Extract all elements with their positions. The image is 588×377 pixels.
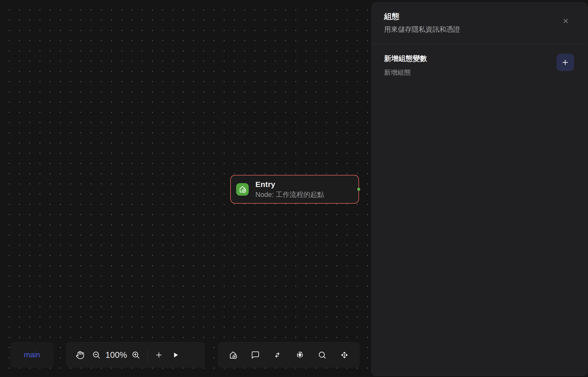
toolbar-divider — [147, 347, 148, 363]
play-icon[interactable] — [172, 351, 179, 359]
comment-icon[interactable] — [251, 351, 260, 359]
config-panel-header: 組態 用來儲存隱私資訊和憑證 — [372, 3, 587, 44]
node-subtitle: Node: 工作流程的起點 — [255, 191, 324, 198]
add-config-section: 新增組態變數 新增組態 — [372, 44, 587, 77]
move-icon[interactable] — [340, 350, 349, 360]
zoom-out-icon[interactable] — [92, 351, 101, 359]
panel-title: 組態 — [384, 11, 575, 22]
search-icon[interactable] — [318, 351, 326, 359]
connection-handle[interactable] — [357, 188, 360, 191]
home-add-icon — [236, 183, 249, 196]
add-config-subtitle: 新增組態 — [384, 68, 427, 77]
node-title: Entry — [255, 181, 324, 188]
auto-layout-icon[interactable] — [295, 350, 304, 360]
plus-icon — [561, 58, 570, 67]
close-icon[interactable] — [561, 16, 571, 26]
branch-button[interactable]: main — [10, 342, 54, 368]
add-config-button[interactable] — [557, 54, 574, 71]
add-node-icon[interactable] — [228, 350, 238, 360]
plus-icon[interactable] — [155, 351, 163, 359]
actions-toolbar — [218, 342, 360, 368]
config-panel: 組態 用來儲存隱私資訊和憑證 新增組態變數 新增組態 — [372, 2, 587, 376]
zoom-in-icon[interactable] — [132, 351, 140, 359]
add-config-title: 新增組態變數 — [384, 54, 427, 63]
hand-icon[interactable] — [76, 351, 84, 359]
zoom-toolbar: 100% — [66, 342, 205, 368]
zoom-level: 100% — [105, 350, 127, 360]
panel-subtitle: 用來儲存隱私資訊和憑證 — [384, 25, 575, 34]
entry-node[interactable]: Entry Node: 工作流程的起點 — [230, 175, 359, 204]
swap-arrows-icon[interactable] — [273, 351, 282, 359]
branch-label: main — [24, 351, 40, 359]
